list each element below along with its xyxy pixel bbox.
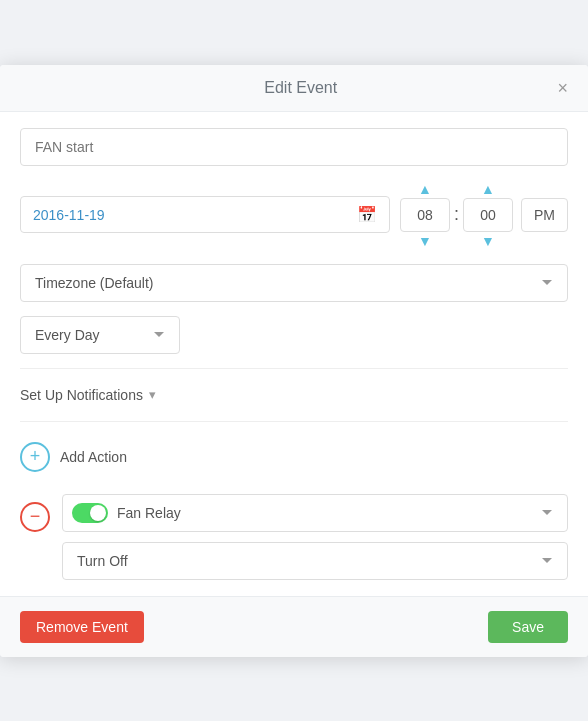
close-button[interactable]: ×: [557, 79, 568, 97]
device-select-wrap: Fan Relay: [62, 494, 568, 532]
minute-down-button[interactable]: ▼: [475, 232, 501, 250]
event-name-group: [20, 128, 568, 166]
event-name-input[interactable]: [20, 128, 568, 166]
recurrence-select[interactable]: Every Day: [20, 316, 180, 354]
timezone-select[interactable]: Timezone (Default): [20, 264, 568, 302]
minus-icon: −: [30, 506, 41, 527]
action-item: − Fan Relay Turn Off: [20, 494, 568, 580]
hour-control: ▲ ▼: [400, 180, 450, 250]
hour-input[interactable]: [400, 198, 450, 232]
datetime-row: 2016-11-19 📅 ▲ ▼ : ▲ ▼ PM: [20, 180, 568, 250]
device-select[interactable]: Fan Relay: [62, 494, 568, 532]
remove-event-button[interactable]: Remove Event: [20, 611, 144, 643]
recurrence-select-wrap: Every Day: [20, 316, 568, 354]
edit-event-modal: Edit Event × 2016-11-19 📅 ▲ ▼ : ▲: [0, 65, 588, 657]
modal-body: 2016-11-19 📅 ▲ ▼ : ▲ ▼ PM Time: [0, 112, 588, 596]
minute-control: ▲ ▼: [463, 180, 513, 250]
hour-down-button[interactable]: ▼: [412, 232, 438, 250]
date-input-wrap: 2016-11-19 📅: [20, 196, 390, 233]
notifications-chevron-icon: ▾: [149, 387, 156, 402]
notifications-row[interactable]: Set Up Notifications ▾: [20, 379, 568, 411]
minute-up-button[interactable]: ▲: [475, 180, 501, 198]
command-select[interactable]: Turn Off: [62, 542, 568, 580]
timezone-select-wrap: Timezone (Default): [20, 264, 568, 302]
modal-footer: Remove Event Save: [0, 596, 588, 657]
add-action-row[interactable]: + Add Action: [20, 432, 568, 482]
date-value: 2016-11-19: [33, 207, 357, 223]
action-controls: Fan Relay Turn Off: [62, 494, 568, 580]
time-separator: :: [450, 204, 463, 225]
command-select-wrap: Turn Off: [62, 542, 568, 580]
save-button[interactable]: Save: [488, 611, 568, 643]
divider-2: [20, 421, 568, 422]
add-action-label: Add Action: [60, 449, 127, 465]
modal-title: Edit Event: [44, 79, 557, 97]
hour-up-button[interactable]: ▲: [412, 180, 438, 198]
divider-1: [20, 368, 568, 369]
add-action-circle-icon: +: [20, 442, 50, 472]
notifications-label: Set Up Notifications: [20, 387, 143, 403]
time-section: ▲ ▼ : ▲ ▼ PM: [400, 180, 568, 250]
ampm-button[interactable]: PM: [521, 198, 568, 232]
plus-icon: +: [30, 446, 41, 467]
minute-input[interactable]: [463, 198, 513, 232]
modal-header: Edit Event ×: [0, 65, 588, 112]
remove-action-button[interactable]: −: [20, 502, 50, 532]
calendar-icon[interactable]: 📅: [357, 205, 377, 224]
